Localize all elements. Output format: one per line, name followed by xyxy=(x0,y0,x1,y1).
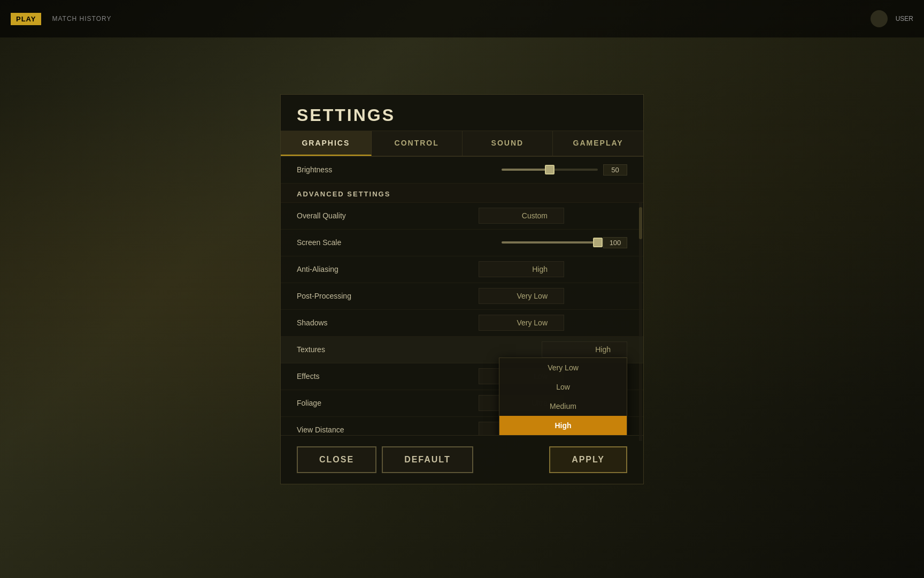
post-processing-row: Post-Processing Very Low xyxy=(281,283,643,310)
effects-label: Effects xyxy=(297,372,479,381)
close-button[interactable]: CLOSE xyxy=(297,446,376,473)
brightness-slider-container[interactable]: 50 xyxy=(479,164,627,176)
brightness-value: 50 xyxy=(603,164,627,176)
screen-scale-label: Screen Scale xyxy=(297,238,479,247)
tab-control[interactable]: CONTROL xyxy=(372,131,463,156)
screen-scale-row: Screen Scale 100 xyxy=(281,230,643,256)
shadows-label: Shadows xyxy=(297,318,479,327)
textures-dropdown-trigger[interactable]: High xyxy=(542,341,627,358)
brightness-slider-fill xyxy=(502,169,550,171)
tabs-container: GRAPHICS CONTROL SOUND GAMEPLAY xyxy=(281,131,643,157)
brightness-label: Brightness xyxy=(297,165,479,174)
footer-left-buttons: CLOSE DEFAULT xyxy=(297,446,473,473)
settings-modal: SETTINGS GRAPHICS CONTROL SOUND GAMEPLAY… xyxy=(280,94,644,484)
shadows-row: Shadows Very Low xyxy=(281,310,643,337)
post-processing-dropdown[interactable]: Very Low xyxy=(479,288,564,304)
screen-scale-slider-container[interactable]: 100 xyxy=(479,237,627,248)
modal-backdrop: SETTINGS GRAPHICS CONTROL SOUND GAMEPLAY… xyxy=(0,0,924,578)
brightness-slider-track[interactable] xyxy=(502,169,598,171)
tab-graphics[interactable]: GRAPHICS xyxy=(281,131,372,156)
tab-sound[interactable]: SOUND xyxy=(463,131,553,156)
textures-dropdown-container: High Very Low Low Medium High Ultra Ultr… xyxy=(479,341,627,358)
textures-option-low[interactable]: Low xyxy=(499,377,627,397)
overall-quality-dropdown[interactable]: Custom xyxy=(479,208,564,224)
tab-gameplay[interactable]: GAMEPLAY xyxy=(553,131,643,156)
modal-header: SETTINGS xyxy=(281,95,643,131)
default-button[interactable]: DEFAULT xyxy=(382,446,473,473)
screen-scale-slider-fill xyxy=(502,241,598,244)
textures-dropdown-open: Very Low Low Medium High Ultra Ultra xyxy=(499,358,627,435)
anti-aliasing-dropdown[interactable]: High xyxy=(479,261,564,277)
brightness-row: Brightness 50 xyxy=(281,157,643,184)
textures-row: Textures High Very Low Low Medium High U… xyxy=(281,337,643,363)
settings-content: Brightness 50 ADVANCED SETTINGS Overall … xyxy=(281,157,643,435)
screen-scale-slider-thumb[interactable] xyxy=(593,238,603,247)
anti-aliasing-row: Anti-Aliasing High xyxy=(281,256,643,283)
scroll-thumb[interactable] xyxy=(639,207,642,239)
textures-option-medium[interactable]: Medium xyxy=(499,397,627,416)
modal-footer: CLOSE DEFAULT APPLY xyxy=(281,435,643,484)
modal-title: SETTINGS xyxy=(297,105,627,125)
screen-scale-slider-track[interactable] xyxy=(502,241,598,244)
textures-option-high[interactable]: High xyxy=(499,416,627,435)
foliage-label: Foliage xyxy=(297,399,479,407)
shadows-dropdown[interactable]: Very Low xyxy=(479,315,564,331)
textures-option-very-low[interactable]: Very Low xyxy=(499,358,627,377)
brightness-slider-thumb[interactable] xyxy=(545,165,555,174)
scroll-indicator[interactable] xyxy=(639,202,642,441)
advanced-settings-header: ADVANCED SETTINGS xyxy=(281,184,643,203)
view-distance-label: View Distance xyxy=(297,425,479,434)
overall-quality-row: Overall Quality Custom xyxy=(281,203,643,230)
anti-aliasing-label: Anti-Aliasing xyxy=(297,265,479,273)
textures-label: Textures xyxy=(297,345,479,354)
screen-scale-value: 100 xyxy=(603,237,627,248)
apply-button[interactable]: APPLY xyxy=(549,446,627,473)
overall-quality-label: Overall Quality xyxy=(297,211,479,220)
post-processing-label: Post-Processing xyxy=(297,292,479,300)
